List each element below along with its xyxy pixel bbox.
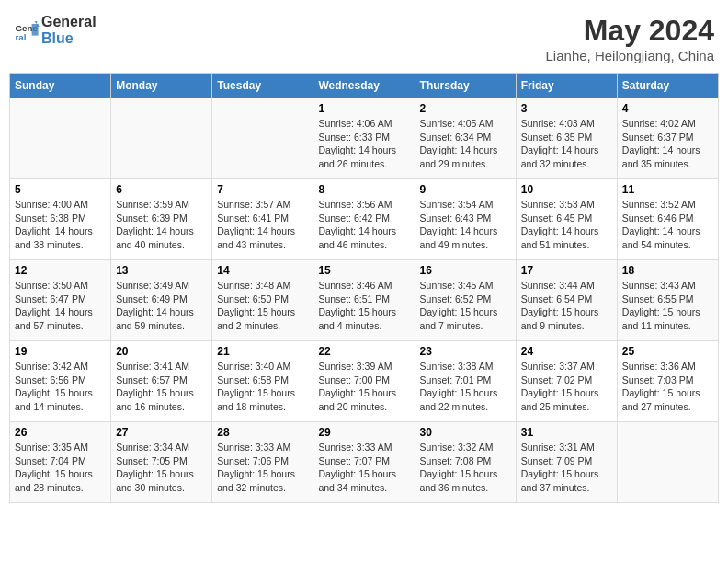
day-cell xyxy=(111,98,212,179)
day-number: 25 xyxy=(622,345,713,358)
day-number: 27 xyxy=(116,426,207,439)
col-header-saturday: Saturday xyxy=(617,74,718,98)
day-cell: 31Sunrise: 3:31 AM Sunset: 7:09 PM Dayli… xyxy=(516,422,617,503)
day-cell: 3Sunrise: 4:03 AM Sunset: 6:35 PM Daylig… xyxy=(516,98,617,179)
day-cell: 22Sunrise: 3:39 AM Sunset: 7:00 PM Dayli… xyxy=(313,341,415,422)
col-header-wednesday: Wednesday xyxy=(313,74,415,98)
day-number: 24 xyxy=(521,345,612,358)
day-number: 6 xyxy=(116,183,207,196)
day-info: Sunrise: 3:49 AM Sunset: 6:49 PM Dayligh… xyxy=(116,279,207,333)
day-cell xyxy=(10,98,111,179)
day-cell: 7Sunrise: 3:57 AM Sunset: 6:41 PM Daylig… xyxy=(212,179,313,260)
day-cell xyxy=(617,422,718,503)
week-row-5: 26Sunrise: 3:35 AM Sunset: 7:04 PM Dayli… xyxy=(10,422,719,503)
day-cell: 30Sunrise: 3:32 AM Sunset: 7:08 PM Dayli… xyxy=(415,422,516,503)
col-header-tuesday: Tuesday xyxy=(212,74,313,98)
day-number: 1 xyxy=(318,102,409,115)
day-number: 19 xyxy=(15,345,106,358)
day-number: 14 xyxy=(217,264,308,277)
day-number: 9 xyxy=(420,183,511,196)
day-number: 7 xyxy=(217,183,308,196)
day-info: Sunrise: 4:05 AM Sunset: 6:34 PM Dayligh… xyxy=(420,117,511,171)
day-cell: 19Sunrise: 3:42 AM Sunset: 6:56 PM Dayli… xyxy=(10,341,111,422)
day-number: 23 xyxy=(420,345,511,358)
day-number: 15 xyxy=(318,264,409,277)
title-block: May 2024 Lianhe, Heilongjiang, China xyxy=(546,14,714,63)
day-info: Sunrise: 3:50 AM Sunset: 6:47 PM Dayligh… xyxy=(15,279,106,333)
day-info: Sunrise: 3:54 AM Sunset: 6:43 PM Dayligh… xyxy=(420,198,511,252)
day-cell: 9Sunrise: 3:54 AM Sunset: 6:43 PM Daylig… xyxy=(415,179,516,260)
day-cell: 2Sunrise: 4:05 AM Sunset: 6:34 PM Daylig… xyxy=(415,98,516,179)
day-cell: 20Sunrise: 3:41 AM Sunset: 6:57 PM Dayli… xyxy=(111,341,212,422)
day-cell: 16Sunrise: 3:45 AM Sunset: 6:52 PM Dayli… xyxy=(415,260,516,341)
day-number: 26 xyxy=(15,426,106,439)
logo: Gene ral General Blue xyxy=(14,14,97,47)
day-cell: 10Sunrise: 3:53 AM Sunset: 6:45 PM Dayli… xyxy=(516,179,617,260)
day-number: 18 xyxy=(622,264,713,277)
day-info: Sunrise: 3:34 AM Sunset: 7:05 PM Dayligh… xyxy=(116,441,207,495)
day-number: 13 xyxy=(116,264,207,277)
day-number: 21 xyxy=(217,345,308,358)
day-info: Sunrise: 3:35 AM Sunset: 7:04 PM Dayligh… xyxy=(15,441,106,495)
calendar-header-row: SundayMondayTuesdayWednesdayThursdayFrid… xyxy=(10,74,719,98)
day-number: 17 xyxy=(521,264,612,277)
day-cell: 5Sunrise: 4:00 AM Sunset: 6:38 PM Daylig… xyxy=(10,179,111,260)
day-info: Sunrise: 3:31 AM Sunset: 7:09 PM Dayligh… xyxy=(521,441,612,495)
day-cell: 17Sunrise: 3:44 AM Sunset: 6:54 PM Dayli… xyxy=(516,260,617,341)
day-cell: 21Sunrise: 3:40 AM Sunset: 6:58 PM Dayli… xyxy=(212,341,313,422)
day-info: Sunrise: 3:46 AM Sunset: 6:51 PM Dayligh… xyxy=(318,279,409,333)
day-number: 11 xyxy=(622,183,713,196)
col-header-friday: Friday xyxy=(516,74,617,98)
day-info: Sunrise: 3:37 AM Sunset: 7:02 PM Dayligh… xyxy=(521,360,612,414)
calendar-table: SundayMondayTuesdayWednesdayThursdayFrid… xyxy=(9,73,719,503)
main-title: May 2024 xyxy=(546,14,714,48)
day-info: Sunrise: 3:57 AM Sunset: 6:41 PM Dayligh… xyxy=(217,198,308,252)
day-info: Sunrise: 3:45 AM Sunset: 6:52 PM Dayligh… xyxy=(420,279,511,333)
day-info: Sunrise: 3:43 AM Sunset: 6:55 PM Dayligh… xyxy=(622,279,713,333)
day-info: Sunrise: 3:48 AM Sunset: 6:50 PM Dayligh… xyxy=(217,279,308,333)
day-info: Sunrise: 4:03 AM Sunset: 6:35 PM Dayligh… xyxy=(521,117,612,171)
day-info: Sunrise: 3:36 AM Sunset: 7:03 PM Dayligh… xyxy=(622,360,713,414)
day-cell: 12Sunrise: 3:50 AM Sunset: 6:47 PM Dayli… xyxy=(10,260,111,341)
day-cell: 25Sunrise: 3:36 AM Sunset: 7:03 PM Dayli… xyxy=(617,341,718,422)
day-number: 5 xyxy=(15,183,106,196)
col-header-monday: Monday xyxy=(111,74,212,98)
day-cell: 11Sunrise: 3:52 AM Sunset: 6:46 PM Dayli… xyxy=(617,179,718,260)
day-info: Sunrise: 4:02 AM Sunset: 6:37 PM Dayligh… xyxy=(622,117,713,171)
day-cell: 29Sunrise: 3:33 AM Sunset: 7:07 PM Dayli… xyxy=(313,422,415,503)
day-info: Sunrise: 4:00 AM Sunset: 6:38 PM Dayligh… xyxy=(15,198,106,252)
col-header-thursday: Thursday xyxy=(415,74,516,98)
day-info: Sunrise: 3:33 AM Sunset: 7:06 PM Dayligh… xyxy=(217,441,308,495)
day-cell: 18Sunrise: 3:43 AM Sunset: 6:55 PM Dayli… xyxy=(617,260,718,341)
day-number: 30 xyxy=(420,426,511,439)
day-info: Sunrise: 3:59 AM Sunset: 6:39 PM Dayligh… xyxy=(116,198,207,252)
week-row-4: 19Sunrise: 3:42 AM Sunset: 6:56 PM Dayli… xyxy=(10,341,719,422)
day-info: Sunrise: 3:32 AM Sunset: 7:08 PM Dayligh… xyxy=(420,441,511,495)
day-number: 16 xyxy=(420,264,511,277)
week-row-3: 12Sunrise: 3:50 AM Sunset: 6:47 PM Dayli… xyxy=(10,260,719,341)
day-cell: 23Sunrise: 3:38 AM Sunset: 7:01 PM Dayli… xyxy=(415,341,516,422)
day-info: Sunrise: 3:39 AM Sunset: 7:00 PM Dayligh… xyxy=(318,360,409,414)
day-number: 22 xyxy=(318,345,409,358)
day-cell: 24Sunrise: 3:37 AM Sunset: 7:02 PM Dayli… xyxy=(516,341,617,422)
day-number: 10 xyxy=(521,183,612,196)
day-cell: 26Sunrise: 3:35 AM Sunset: 7:04 PM Dayli… xyxy=(10,422,111,503)
day-cell: 28Sunrise: 3:33 AM Sunset: 7:06 PM Dayli… xyxy=(212,422,313,503)
day-cell: 15Sunrise: 3:46 AM Sunset: 6:51 PM Dayli… xyxy=(313,260,415,341)
day-number: 3 xyxy=(521,102,612,115)
day-cell: 6Sunrise: 3:59 AM Sunset: 6:39 PM Daylig… xyxy=(111,179,212,260)
day-number: 28 xyxy=(217,426,308,439)
day-number: 12 xyxy=(15,264,106,277)
day-info: Sunrise: 3:41 AM Sunset: 6:57 PM Dayligh… xyxy=(116,360,207,414)
day-number: 8 xyxy=(318,183,409,196)
week-row-1: 1Sunrise: 4:06 AM Sunset: 6:33 PM Daylig… xyxy=(10,98,719,179)
day-info: Sunrise: 3:42 AM Sunset: 6:56 PM Dayligh… xyxy=(15,360,106,414)
logo-line1: General xyxy=(41,14,97,30)
subtitle: Lianhe, Heilongjiang, China xyxy=(546,48,714,63)
day-cell: 13Sunrise: 3:49 AM Sunset: 6:49 PM Dayli… xyxy=(111,260,212,341)
day-number: 29 xyxy=(318,426,409,439)
day-cell: 27Sunrise: 3:34 AM Sunset: 7:05 PM Dayli… xyxy=(111,422,212,503)
day-info: Sunrise: 3:56 AM Sunset: 6:42 PM Dayligh… xyxy=(318,198,409,252)
logo-line2: Blue xyxy=(41,30,97,47)
svg-text:ral: ral xyxy=(15,32,26,42)
